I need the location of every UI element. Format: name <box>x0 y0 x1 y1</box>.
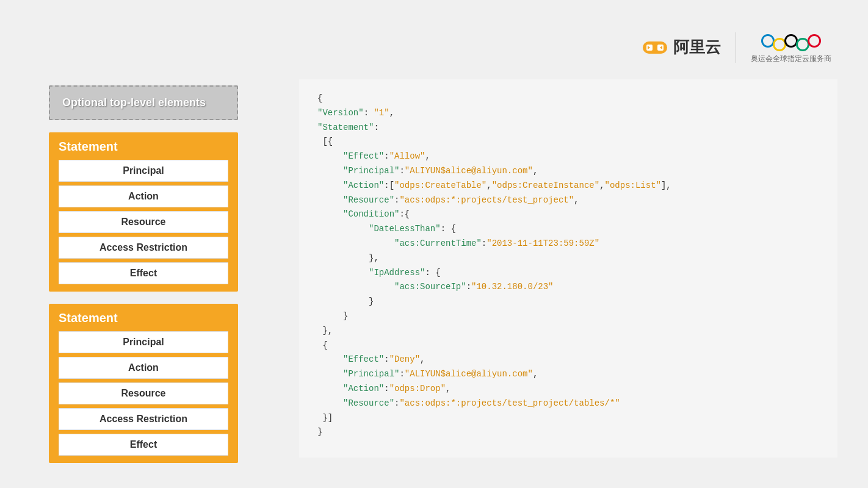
statement-box-2: Statement Principal Action Resource Acce… <box>49 304 238 463</box>
code-line-6: "Principal":"ALIYUN$alice@aliyun.com", <box>317 164 819 179</box>
statement-item-access-2: Access Restriction <box>59 408 228 430</box>
statement-item-effect-2: Effect <box>59 434 228 456</box>
statement-item-effect-1: Effect <box>59 262 228 284</box>
code-line-2: "Version": "1", <box>317 106 819 121</box>
code-line-13: "IpAddress": { <box>317 266 819 281</box>
statement-item-principal-2: Principal <box>59 331 228 353</box>
statement-item-action-1: Action <box>59 185 228 207</box>
code-line-10: "DateLessThan": { <box>317 222 819 237</box>
header: 阿里云 奥运会全球指定云服务商 <box>642 30 831 64</box>
code-panel: { "Version": "1", "Statement": [{ "Effec… <box>299 79 837 458</box>
aliyun-logo: 阿里云 <box>642 37 721 59</box>
olympics-logo <box>761 30 821 51</box>
code-line-7: "Action":["odps:CreateTable","odps:Creat… <box>317 179 819 193</box>
code-line-19: "Effect":"Deny", <box>317 353 819 367</box>
code-line-22: "Resource":"acs:odps:*:projects/test_pro… <box>317 396 819 411</box>
code-line-14: "acs:SourceIp":"10.32.180.0/23" <box>317 280 819 295</box>
code-line-15: } <box>317 295 819 309</box>
aliyun-icon <box>642 37 668 59</box>
code-line-8: "Resource":"acs:odps:*:projects/test_pro… <box>317 193 819 208</box>
code-line-1: { <box>317 92 819 106</box>
optional-title: Optional top-level elements <box>62 96 206 109</box>
olympic-ring-5 <box>808 34 821 48</box>
statement-title-2: Statement <box>59 311 228 325</box>
code-line-9: "Condition":{ <box>317 207 819 222</box>
code-line-5: "Effect":"Allow", <box>317 149 819 164</box>
code-line-3: "Statement": <box>317 121 819 135</box>
olympics-section: 奥运会全球指定云服务商 <box>751 30 831 64</box>
statement-box-1: Statement Principal Action Resource Acce… <box>49 132 238 292</box>
statement-item-access-1: Access Restriction <box>59 237 228 259</box>
statement-item-action-2: Action <box>59 357 228 379</box>
statement-item-principal-1: Principal <box>59 160 228 182</box>
code-line-17: }, <box>317 324 819 339</box>
code-line-16: } <box>317 309 819 324</box>
logo-divider <box>736 32 736 63</box>
code-line-20: "Principal":"ALIYUN$alice@aliyun.com", <box>317 367 819 382</box>
statement-item-resource-2: Resource <box>59 382 228 404</box>
tagline-text: 奥运会全球指定云服务商 <box>751 54 831 64</box>
code-line-21: "Action":"odps:Drop", <box>317 382 819 396</box>
code-line-18: { <box>317 339 819 353</box>
code-line-12: }, <box>317 251 819 266</box>
code-line-23: }] <box>317 411 819 426</box>
aliyun-brand-text: 阿里云 <box>673 37 721 58</box>
code-line-4: [{ <box>317 135 819 149</box>
statement-title-1: Statement <box>59 140 228 154</box>
code-line-24: } <box>317 425 819 440</box>
left-panel: Optional top-level elements Statement Pr… <box>49 85 238 475</box>
statement-item-resource-1: Resource <box>59 211 228 233</box>
optional-box: Optional top-level elements <box>49 85 238 120</box>
code-line-11: "acs:CurrentTime":"2013-11-11T23:59:59Z" <box>317 237 819 251</box>
